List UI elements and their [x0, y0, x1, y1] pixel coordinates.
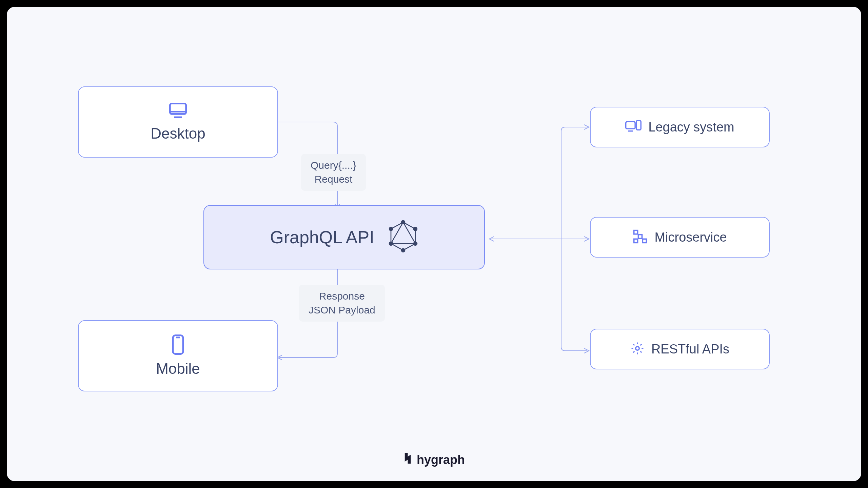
- node-microservice-label: Microservice: [654, 230, 727, 245]
- node-graphql-api: GraphQL API: [203, 205, 485, 269]
- edge-response-line2: JSON Payload: [309, 303, 375, 317]
- node-mobile: Mobile: [78, 320, 278, 391]
- graphql-icon: [388, 220, 418, 255]
- svg-rect-15: [638, 235, 642, 239]
- node-legacy-label: Legacy system: [648, 120, 734, 135]
- svg-point-10: [389, 227, 393, 231]
- svg-point-9: [389, 241, 393, 246]
- svg-rect-0: [170, 104, 186, 114]
- node-graphql-label: GraphQL API: [270, 227, 374, 247]
- node-restful-label: RESTful APIs: [651, 342, 729, 357]
- svg-rect-14: [634, 230, 638, 234]
- svg-point-6: [413, 227, 417, 231]
- node-legacy-system: Legacy system: [590, 107, 770, 147]
- svg-rect-17: [634, 239, 638, 243]
- svg-point-5: [401, 220, 405, 224]
- edge-request-line1: Query{....}: [311, 159, 356, 172]
- node-desktop: Desktop: [78, 86, 278, 158]
- mobile-icon: [171, 334, 185, 356]
- svg-point-8: [401, 248, 405, 252]
- brand-name: hygraph: [417, 453, 465, 467]
- hygraph-logo-icon: [403, 452, 413, 468]
- svg-point-18: [636, 347, 639, 350]
- diagram-canvas: Desktop Mobile GraphQL API: [7, 7, 861, 481]
- desktop-icon: [168, 102, 188, 121]
- svg-rect-13: [636, 121, 641, 130]
- svg-point-7: [413, 241, 417, 246]
- edge-request-line2: Request: [311, 172, 356, 186]
- node-restful-apis: RESTful APIs: [590, 329, 770, 369]
- node-desktop-label: Desktop: [151, 125, 205, 142]
- gear-icon: [630, 341, 645, 357]
- node-microservice: Microservice: [590, 217, 770, 258]
- legacy-system-icon: [625, 120, 642, 135]
- connector-api-to-services: [487, 127, 595, 358]
- svg-rect-16: [643, 239, 647, 243]
- edge-label-response: Response JSON Payload: [299, 285, 385, 322]
- microservice-icon: [633, 229, 648, 245]
- brand-logo: hygraph: [403, 452, 465, 468]
- edge-label-request: Query{....} Request: [301, 154, 366, 191]
- svg-rect-11: [626, 122, 635, 129]
- edge-response-line1: Response: [309, 289, 375, 303]
- node-mobile-label: Mobile: [156, 360, 200, 377]
